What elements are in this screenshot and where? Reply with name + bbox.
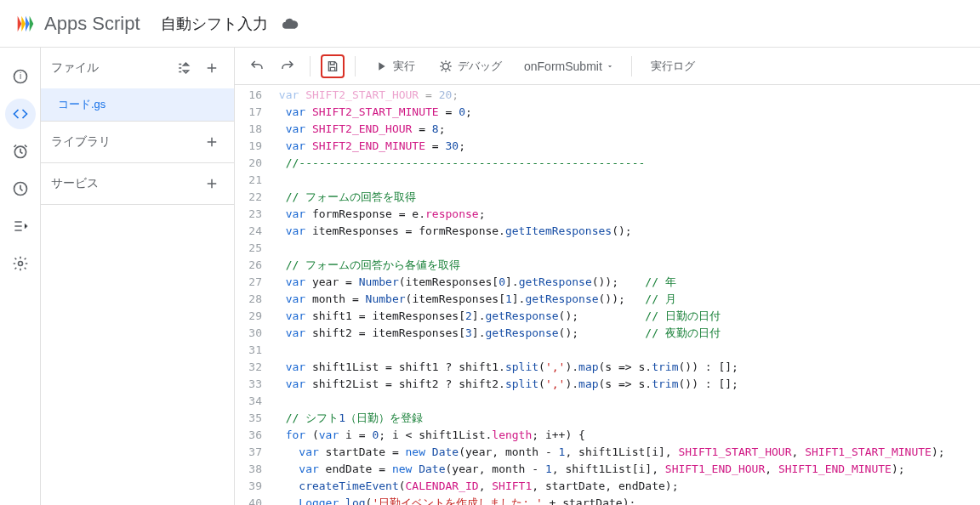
editor-toolbar: 実行 デバッグ onFormSubmit 実行ログ: [235, 48, 980, 85]
nav-overview[interactable]: i: [5, 61, 36, 92]
svg-text:i: i: [19, 71, 20, 81]
add-file-button[interactable]: [200, 56, 224, 80]
libraries-section-label: ライブラリ: [51, 134, 111, 150]
nav-settings[interactable]: [5, 248, 36, 279]
apps-script-logo: [14, 12, 37, 36]
debug-button[interactable]: デバッグ: [430, 53, 510, 80]
services-section-label: サービス: [51, 176, 99, 191]
code-editor[interactable]: 1617181920212223242526272829303132333435…: [235, 85, 980, 505]
svg-point-4: [18, 262, 22, 266]
project-title[interactable]: 自動シフト入力: [161, 14, 268, 34]
sidebar: ファイル コード.gs ライブラリ サービス: [41, 48, 235, 505]
cloud-sync-icon: [282, 15, 299, 32]
add-library-button[interactable]: [200, 130, 224, 154]
chevron-down-icon: [606, 62, 614, 71]
sort-files-button[interactable]: [173, 56, 197, 80]
nav-triggers[interactable]: [5, 136, 36, 167]
files-section-label: ファイル: [51, 60, 99, 76]
execution-log-button[interactable]: 実行ログ: [642, 53, 704, 80]
nav-rail: i: [0, 48, 41, 505]
redo-button[interactable]: [276, 54, 299, 78]
svg-point-5: [443, 63, 449, 69]
file-code-gs[interactable]: コード.gs: [41, 88, 234, 121]
undo-button[interactable]: [245, 54, 269, 78]
save-button[interactable]: [321, 54, 345, 78]
product-name: Apps Script: [44, 13, 140, 35]
run-button[interactable]: 実行: [366, 53, 424, 80]
function-selector[interactable]: onFormSubmit: [517, 60, 621, 73]
nav-editor[interactable]: [5, 99, 36, 129]
add-service-button[interactable]: [200, 172, 224, 196]
nav-project-settings-list[interactable]: [5, 211, 36, 241]
nav-executions[interactable]: [5, 173, 36, 204]
